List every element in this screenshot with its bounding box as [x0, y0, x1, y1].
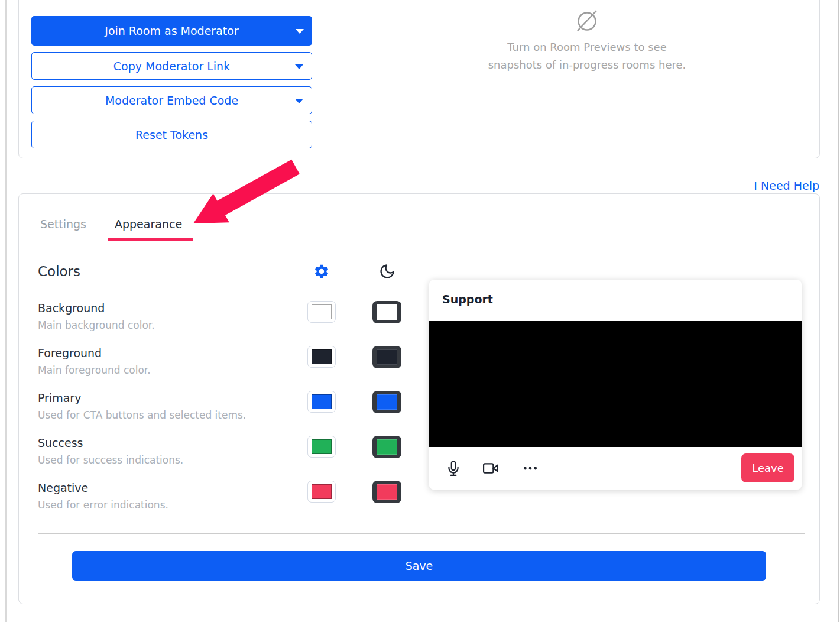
room-previews-text-line1: Turn on Room Previews to see	[410, 38, 764, 56]
tab-appearance[interactable]: Appearance	[115, 218, 182, 231]
color-chip	[377, 394, 397, 410]
room-preview-title: Support	[442, 293, 493, 306]
negative-light-swatch[interactable]	[307, 481, 336, 503]
left-border	[5, 0, 7, 622]
moderator-buttons: Join Room as Moderator Copy Moderator Li…	[31, 16, 312, 155]
chevron-down-icon[interactable]	[295, 64, 303, 69]
background-light-swatch[interactable]	[307, 301, 336, 323]
copy-link-label: Copy Moderator Link	[113, 60, 230, 73]
right-scroll-track[interactable]	[838, 0, 839, 622]
color-chip	[377, 304, 397, 320]
preview-control-bar: Leave	[429, 447, 802, 490]
color-chip	[377, 349, 397, 365]
colors-heading: Colors	[38, 264, 80, 279]
success-light-swatch[interactable]	[307, 436, 336, 458]
primary-light-swatch[interactable]	[307, 391, 336, 413]
button-divider	[290, 53, 290, 79]
color-row-name: Foreground	[38, 346, 102, 359]
foreground-light-swatch[interactable]	[307, 346, 336, 368]
color-row-description: Main foreground color.	[38, 364, 151, 376]
foreground-dark-swatch[interactable]	[372, 346, 401, 368]
reset-tokens-button[interactable]: Reset Tokens	[31, 121, 312, 148]
copy-moderator-link-button[interactable]: Copy Moderator Link	[31, 52, 312, 80]
color-chip	[312, 349, 332, 364]
background-dark-swatch[interactable]	[372, 301, 401, 323]
color-chip	[312, 394, 332, 409]
save-divider	[38, 533, 805, 534]
color-row-name: Background	[38, 302, 105, 315]
camera-icon[interactable]	[483, 461, 498, 476]
need-help-link[interactable]: I Need Help	[754, 179, 819, 192]
embed-code-label: Moderator Embed Code	[105, 94, 238, 107]
color-chip	[312, 304, 332, 319]
moderator-embed-code-button[interactable]: Moderator Embed Code	[31, 86, 312, 114]
video-area	[429, 321, 802, 447]
color-chip	[312, 439, 332, 454]
color-row-name: Primary	[38, 391, 81, 404]
tab-settings[interactable]: Settings	[40, 218, 86, 231]
join-room-label: Join Room as Moderator	[105, 24, 238, 37]
color-row-description: Used for CTA buttons and selected items.	[38, 409, 246, 421]
room-preview-panel: Support	[429, 280, 802, 490]
reset-tokens-label: Reset Tokens	[135, 128, 208, 141]
color-chip	[377, 439, 397, 455]
color-row-name: Negative	[38, 481, 88, 494]
color-chip	[312, 484, 332, 499]
color-row-name: Success	[38, 436, 83, 449]
join-room-as-moderator-button[interactable]: Join Room as Moderator	[31, 16, 312, 46]
moderator-card: Join Room as Moderator Copy Moderator Li…	[18, 0, 820, 158]
color-row-description: Used for error indications.	[38, 499, 168, 511]
moon-icon	[379, 263, 395, 280]
chevron-down-icon[interactable]	[296, 29, 304, 34]
primary-dark-swatch[interactable]	[372, 391, 401, 413]
appearance-card: Settings Appearance Colors Background Ma…	[18, 193, 820, 604]
previews-disabled-icon	[573, 7, 601, 34]
negative-dark-swatch[interactable]	[372, 481, 401, 503]
success-dark-swatch[interactable]	[372, 436, 401, 458]
gear-icon	[313, 263, 330, 280]
color-row-description: Main background color.	[38, 319, 155, 331]
color-row-description: Used for success indications.	[38, 454, 183, 466]
tabs-divider	[31, 241, 807, 241]
room-previews-placeholder: Turn on Room Previews to see snapshots o…	[410, 7, 764, 74]
page: Join Room as Moderator Copy Moderator Li…	[0, 0, 840, 622]
microphone-icon[interactable]	[446, 461, 461, 476]
button-divider	[290, 87, 290, 114]
room-previews-text-line2: snapshots of in-progress rooms here.	[410, 56, 764, 74]
more-options-icon[interactable]	[523, 461, 538, 476]
color-chip	[377, 484, 397, 500]
leave-button[interactable]: Leave	[741, 453, 794, 482]
save-button[interactable]: Save	[72, 551, 766, 581]
chevron-down-icon[interactable]	[295, 99, 303, 103]
